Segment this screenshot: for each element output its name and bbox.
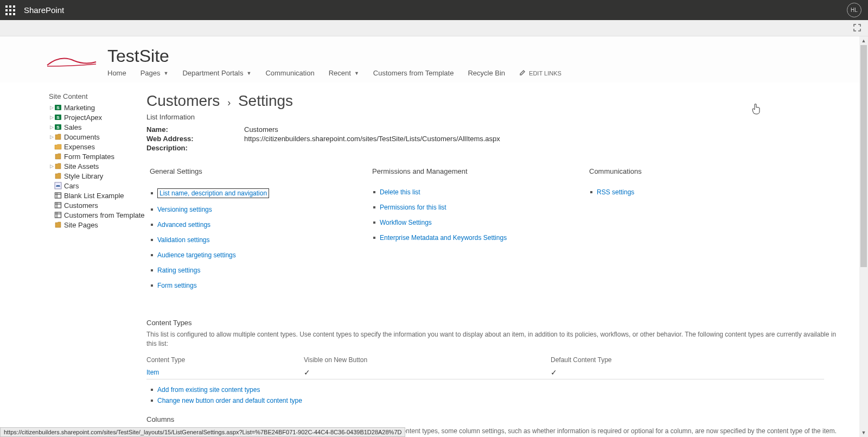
content-type-row: Item✓✓ xyxy=(146,366,824,379)
tree-item-marketing[interactable]: ▷SMarketing xyxy=(49,103,146,112)
expand-icon[interactable]: ▷ xyxy=(49,163,54,169)
tree-item-label: Site Assets xyxy=(64,162,99,170)
ct-col-default[interactable]: Default Content Type xyxy=(551,354,824,366)
svg-rect-13 xyxy=(55,212,61,218)
web-address-label: Web Address: xyxy=(146,135,244,143)
general-setting-link[interactable]: Advanced settings xyxy=(157,221,210,229)
description-label: Description: xyxy=(146,144,244,152)
tree-item-blank-list-example[interactable]: Blank List Example xyxy=(49,191,146,200)
bullet-icon xyxy=(151,400,153,402)
lib-icon xyxy=(54,221,62,229)
app-launcher-icon[interactable] xyxy=(5,5,15,15)
svg-text:S: S xyxy=(56,125,60,130)
quick-launch-heading: Site Content xyxy=(49,92,146,100)
ct-col-visible[interactable]: Visible on New Button xyxy=(304,354,551,366)
communication-setting-link[interactable]: RSS settings xyxy=(597,188,634,196)
content-types-heading: Content Types xyxy=(146,319,838,327)
check-icon: ✓ xyxy=(304,368,310,377)
user-avatar[interactable]: HL xyxy=(847,3,861,17)
bullet-icon xyxy=(373,237,375,239)
expand-icon[interactable]: ▷ xyxy=(49,115,54,120)
edit-links-button[interactable]: EDIT LINKS xyxy=(519,69,561,77)
nav-customers-template[interactable]: Customers from Template xyxy=(373,69,454,77)
general-setting-link[interactable]: Audience targeting settings xyxy=(157,251,236,259)
web-address-value[interactable]: https://citizenbuilders.sharepoint.com/s… xyxy=(244,135,500,143)
permission-setting-link[interactable]: Workflow Settings xyxy=(380,219,432,226)
car-icon xyxy=(54,182,62,189)
name-value: Customers xyxy=(244,125,278,134)
bullet-icon xyxy=(373,191,375,193)
ct-col-name[interactable]: Content Type xyxy=(146,354,304,366)
tree-item-label: Sales xyxy=(64,123,82,131)
ct-name-link[interactable]: Item xyxy=(146,366,304,379)
bullet-icon xyxy=(373,221,375,224)
bullet-icon xyxy=(373,206,375,208)
nav-recycle-bin[interactable]: Recycle Bin xyxy=(468,69,505,77)
chevron-down-icon: ▼ xyxy=(246,71,251,76)
permission-setting-link[interactable]: Delete this list xyxy=(380,188,420,196)
brand-label[interactable]: SharePoint xyxy=(24,5,64,15)
communications-column: Communications RSS settings xyxy=(586,167,838,297)
general-setting-link[interactable]: Form settings xyxy=(157,282,197,289)
tree-item-sales[interactable]: ▷SSales xyxy=(49,122,146,132)
tree-item-label: Marketing xyxy=(64,104,95,112)
content-type-action-link[interactable]: Add from existing site content types xyxy=(157,386,260,394)
tree-item-style-library[interactable]: Style Library xyxy=(49,171,146,181)
focus-content-icon[interactable] xyxy=(853,23,861,32)
nav-recent[interactable]: Recent▼ xyxy=(329,69,359,77)
breadcrumb-parent[interactable]: Customers xyxy=(146,92,220,109)
tree-item-expenses[interactable]: Expenses xyxy=(49,142,146,151)
nav-department-portals[interactable]: Department Portals▼ xyxy=(182,69,251,77)
expand-icon[interactable]: ▷ xyxy=(49,124,54,130)
tree-item-label: ProjectApex xyxy=(64,113,102,122)
breadcrumb-current: Settings xyxy=(238,92,293,109)
site-header: TestSite Home Pages▼ Department Portals▼… xyxy=(0,36,859,83)
quick-launch-nav: Site Content ▷SMarketing▷SProjectApex▷SS… xyxy=(49,92,146,437)
folder-icon xyxy=(54,143,62,150)
columns-heading: Columns xyxy=(146,415,838,423)
suite-bar: SharePoint HL xyxy=(0,0,868,20)
tree-item-documents[interactable]: ▷Documents xyxy=(49,132,146,142)
site-title[interactable]: TestSite xyxy=(107,47,561,65)
lib-icon xyxy=(54,133,62,141)
tree-item-site-assets[interactable]: ▷Site Assets xyxy=(49,161,146,171)
tree-item-label: Customers from Template xyxy=(64,211,145,219)
general-setting-link[interactable]: Rating settings xyxy=(157,267,200,274)
svg-rect-10 xyxy=(55,202,61,208)
tree-item-customers-from-template[interactable]: Customers from Template xyxy=(49,210,146,220)
tree-item-customers[interactable]: Customers xyxy=(49,200,146,210)
permission-setting-link[interactable]: Enterprise Metadata and Keywords Setting… xyxy=(380,234,507,242)
vertical-scrollbar[interactable]: ▲ ▼ xyxy=(859,36,868,437)
general-setting-link[interactable]: Validation settings xyxy=(157,236,210,244)
permission-setting-link[interactable]: Permissions for this list xyxy=(380,204,446,211)
site-logo[interactable] xyxy=(42,47,101,74)
ct-visible-cell: ✓ xyxy=(304,366,551,379)
scroll-up-button[interactable]: ▲ xyxy=(859,36,868,45)
tree-item-site-pages[interactable]: Site Pages xyxy=(49,220,146,230)
nav-home[interactable]: Home xyxy=(107,69,126,77)
tree-item-cars[interactable]: Cars xyxy=(49,181,146,191)
tree-item-label: Expenses xyxy=(64,143,95,151)
tree-item-form-templates[interactable]: Form Templates xyxy=(49,151,146,161)
content-type-action-link[interactable]: Change new button order and default cont… xyxy=(157,397,302,404)
svg-text:S: S xyxy=(56,105,60,110)
general-setting-link[interactable]: Versioning settings xyxy=(157,206,212,213)
chevron-down-icon: ▼ xyxy=(354,71,359,76)
expand-icon[interactable]: ▷ xyxy=(49,105,54,110)
scroll-down-button[interactable]: ▼ xyxy=(859,428,868,437)
bullet-icon xyxy=(151,254,153,256)
tree-item-projectapex[interactable]: ▷SProjectApex xyxy=(49,112,146,122)
general-setting-link[interactable]: List name, description and navigation xyxy=(157,188,269,198)
nav-pages[interactable]: Pages▼ xyxy=(141,69,169,77)
tree-item-label: Style Library xyxy=(64,172,103,180)
check-icon: ✓ xyxy=(551,368,557,377)
sp-icon: S xyxy=(54,113,62,121)
scroll-thumb[interactable] xyxy=(860,45,867,267)
breadcrumb: Customers › Settings xyxy=(146,92,838,110)
lib-icon xyxy=(54,172,62,180)
nav-communication[interactable]: Communication xyxy=(265,69,314,77)
scroll-track[interactable] xyxy=(859,45,868,428)
expand-icon[interactable]: ▷ xyxy=(49,134,54,140)
ct-default-cell: ✓ xyxy=(551,366,824,379)
content-types-table: Content Type Visible on New Button Defau… xyxy=(146,354,824,379)
